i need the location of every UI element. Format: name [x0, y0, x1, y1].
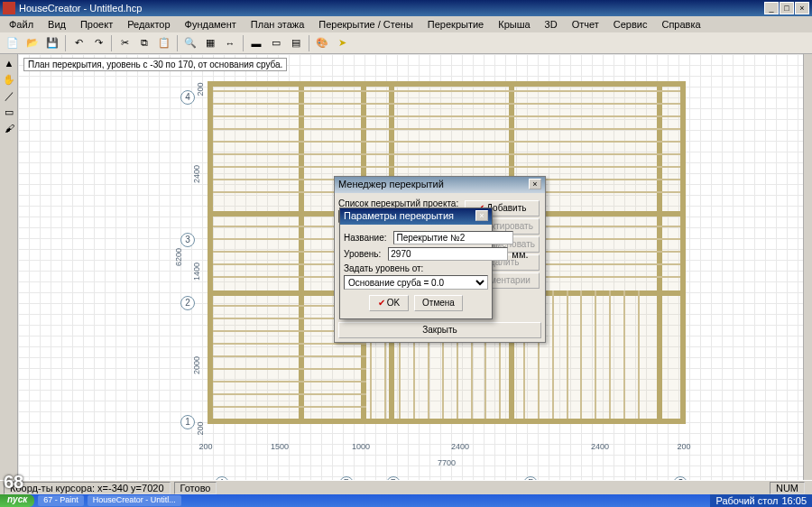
dim-v3: 2400	[192, 165, 201, 183]
separator	[111, 35, 112, 51]
dim-h0: 200	[198, 442, 213, 451]
dim-h1: 1500	[235, 442, 325, 451]
close-button[interactable]: ×	[795, 2, 809, 14]
brush-icon[interactable]: 🖌	[2, 121, 16, 135]
menu-walls[interactable]: Перекрытие / Стены	[313, 17, 419, 32]
level-from-select[interactable]: Основание сруба = 0.0	[344, 275, 488, 290]
close-button[interactable]: Закрыть	[338, 322, 541, 338]
open-icon[interactable]: 📂	[23, 34, 42, 52]
menu-editor[interactable]: Редактор	[122, 17, 175, 32]
system-tray[interactable]: Рабочий стол 16:05	[710, 494, 812, 507]
line-icon[interactable]: ／	[2, 88, 16, 103]
name-input[interactable]	[393, 231, 513, 244]
dim-h5: 200	[677, 442, 691, 451]
level-label: Уровень:	[344, 249, 381, 259]
numlock-indicator: NUM	[770, 482, 805, 494]
name-label: Название:	[344, 233, 386, 243]
wall-icon[interactable]: ▬	[247, 34, 265, 52]
cursor-coords: Коорд-ты курсора: x=-340 y=7020	[4, 482, 171, 494]
ceiling-params-dialog: Параметры перекрытия × Название: Уровень…	[339, 207, 493, 319]
taskbar-item-app[interactable]: HouseCreator - Untitl...	[88, 495, 181, 506]
dialog-title: Менеджер перекрытий	[338, 179, 444, 191]
cursor-icon[interactable]: ➤	[333, 34, 351, 52]
window-title: HouseCreator - Untitled.hcp	[19, 3, 764, 14]
menubar: Файл Вид Проект Редактор Фундамент План …	[0, 16, 812, 32]
separator	[65, 35, 66, 51]
beam-icon[interactable]: ▭	[267, 34, 285, 52]
menu-file[interactable]: Файл	[4, 17, 39, 32]
grid-row-4: 4	[180, 90, 195, 105]
menu-help[interactable]: Справка	[656, 17, 706, 32]
maximize-button[interactable]: □	[780, 2, 794, 14]
dialog-titlebar[interactable]: Параметры перекрытия ×	[340, 208, 492, 225]
tray-desktop-label: Рабочий стол	[715, 495, 778, 506]
taskbar: пуск 67 - Paint HouseCreator - Untitl...…	[0, 494, 812, 507]
menu-floor-plan[interactable]: План этажа	[245, 17, 309, 32]
left-toolbar: ▲ ✋ ／ ▭ 🖌	[0, 54, 18, 487]
menu-project[interactable]: Проект	[75, 17, 118, 32]
grid-row-2: 2	[180, 296, 195, 310]
vertical-scrollbar[interactable]	[803, 54, 812, 487]
dim-vtotal: 6200	[174, 248, 183, 266]
toolbar: 📄 📂 💾 ↶ ↷ ✂ ⧉ 📋 🔍 ▦ ↔ ▬ ▭ ▤ 🎨 ➤	[0, 32, 812, 54]
copy-icon[interactable]: ⧉	[135, 34, 153, 52]
from-label: Задать уровень от:	[344, 263, 488, 273]
menu-report[interactable]: Отчет	[567, 17, 604, 32]
menu-3d[interactable]: 3D	[540, 17, 563, 32]
zoom-icon[interactable]: 🔍	[181, 34, 199, 52]
grid-icon[interactable]: ▦	[201, 34, 219, 52]
status-ready: Готово	[174, 482, 217, 494]
rect-icon[interactable]: ▭	[2, 105, 16, 119]
minimize-button[interactable]: _	[764, 2, 779, 14]
dialog-titlebar[interactable]: Менеджер перекрытий ×	[335, 177, 545, 193]
dim-icon[interactable]: ↔	[221, 34, 239, 52]
dialog-title: Параметры перекрытия	[344, 210, 454, 223]
color-icon[interactable]: 🎨	[313, 34, 331, 52]
grid-row-1: 1	[180, 415, 195, 429]
taskbar-item-paint[interactable]: 67 - Paint	[38, 495, 84, 506]
status-bar: Коорд-ты курсора: x=-340 y=7020 Готово N…	[0, 480, 812, 494]
level-input[interactable]	[388, 247, 508, 261]
separator	[243, 35, 244, 51]
cut-icon[interactable]: ✂	[115, 34, 134, 52]
dialog-close-icon[interactable]: ×	[529, 179, 541, 189]
dim-v0: 200	[196, 421, 205, 435]
dim-h2: 1000	[334, 442, 388, 451]
titlebar: HouseCreator - Untitled.hcp _ □ ×	[0, 0, 812, 16]
menu-service[interactable]: Сервис	[608, 17, 653, 32]
dialog-close-icon[interactable]: ×	[475, 210, 488, 221]
dim-v2: 1400	[192, 263, 201, 281]
tray-clock: 16:05	[781, 495, 807, 506]
menu-view[interactable]: Вид	[42, 17, 71, 32]
dim-htotal: 7700	[208, 458, 686, 467]
new-icon[interactable]: 📄	[4, 34, 22, 52]
start-button[interactable]: пуск	[0, 494, 34, 507]
cancel-button[interactable]: Отмена	[414, 295, 463, 311]
pointer-icon[interactable]: ▲	[2, 56, 16, 70]
dim-h3: 2400	[397, 442, 523, 451]
separator	[177, 35, 178, 51]
ok-button[interactable]: OK	[369, 295, 409, 311]
grid-row-3: 3	[180, 233, 195, 247]
separator	[309, 35, 309, 51]
undo-icon[interactable]: ↶	[69, 34, 88, 52]
dim-v1: 2000	[192, 356, 201, 374]
unit-label: мм.	[512, 249, 528, 260]
dim-v4: 200	[196, 82, 205, 96]
watermark-number: 68	[4, 472, 23, 493]
canvas-info-label: План перекрытия, уровень с -30 по 170, о…	[23, 58, 287, 71]
hand-icon[interactable]: ✋	[2, 72, 16, 87]
redo-icon[interactable]: ↷	[89, 34, 107, 52]
menu-roof[interactable]: Крыша	[493, 17, 535, 32]
menu-foundation[interactable]: Фундамент	[180, 17, 242, 32]
dim-h4: 2400	[532, 442, 668, 451]
paste-icon[interactable]: 📋	[155, 34, 173, 52]
app-icon	[3, 2, 15, 14]
save-icon[interactable]: 💾	[43, 34, 61, 52]
menu-ceiling[interactable]: Перекрытие	[422, 17, 489, 32]
floor-icon[interactable]: ▤	[287, 34, 305, 52]
